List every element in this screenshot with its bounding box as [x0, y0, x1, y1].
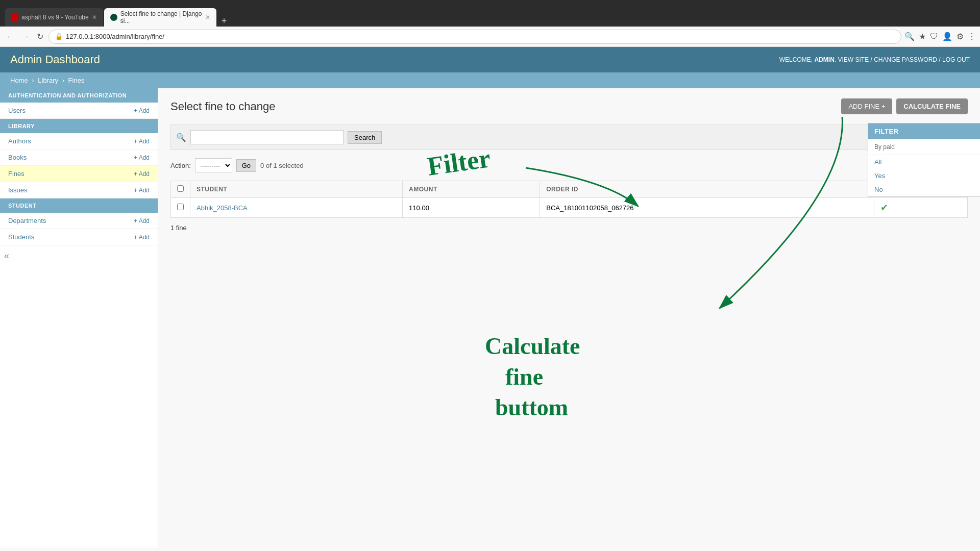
content-header: Select fine to change ADD FINE + CALCULA…: [170, 98, 968, 114]
sidebar-add-fines[interactable]: + Add: [134, 170, 150, 178]
col-checkbox: [171, 181, 190, 198]
browser-tab-django[interactable]: Select fine to change | Django si... ✕: [104, 8, 216, 27]
action-go-button[interactable]: Go: [236, 159, 256, 172]
sidebar-item-authors[interactable]: Authors + Add: [0, 133, 158, 149]
welcome-text: WELCOME,: [779, 56, 813, 63]
result-count: 1 fine: [170, 224, 968, 232]
tab-close-django[interactable]: ✕: [205, 14, 210, 21]
col-student[interactable]: STUDENT: [190, 181, 403, 198]
admin-header: Admin Dashboard WELCOME, ADMIN. VIEW SIT…: [0, 47, 980, 72]
admin-title: Admin Dashboard: [10, 53, 100, 66]
breadcrumb-home[interactable]: Home: [10, 77, 28, 84]
sidebar-add-books[interactable]: + Add: [134, 154, 150, 161]
filter-option-all[interactable]: All: [868, 155, 980, 169]
search-input[interactable]: [190, 130, 344, 144]
lock-icon: 🔓: [55, 33, 63, 40]
reload-button[interactable]: ↻: [35, 31, 45, 42]
sidebar-label-users: Users: [8, 107, 26, 114]
sidebar-add-users[interactable]: + Add: [134, 107, 150, 114]
view-site-link[interactable]: VIEW SITE: [838, 56, 869, 63]
svg-text:fine: fine: [505, 364, 543, 390]
browser-nav: ← → ↻ 🔓 127.0.0.1:8000/admin/library/fin…: [0, 27, 980, 47]
search-button[interactable]: Search: [348, 131, 382, 144]
breadcrumb-sep1: ›: [32, 77, 36, 84]
browser-tab-youtube[interactable]: asphalt 8 vs 9 - YouTube ✕: [5, 8, 103, 27]
sidebar: AUTHENTICATION AND AUTHORIZATION Users +…: [0, 88, 158, 548]
sidebar-section-library: LIBRARY: [0, 119, 158, 133]
sidebar-add-issues[interactable]: + Add: [134, 187, 150, 194]
sidebar-label-authors: Authors: [8, 137, 31, 145]
filter-option-yes[interactable]: Yes: [868, 169, 980, 183]
table-header-row: STUDENT AMOUNT ORDER ID PAID: [171, 181, 968, 198]
back-button[interactable]: ←: [4, 31, 16, 42]
tab-label-youtube: asphalt 8 vs 9 - YouTube: [21, 14, 89, 21]
profile-icon[interactable]: 👤: [942, 32, 952, 41]
sidebar-section-auth: AUTHENTICATION AND AUTHORIZATION: [0, 88, 158, 103]
row-checkbox[interactable]: [177, 204, 184, 210]
row-student-cell: Abhik_2058-BCA: [190, 198, 403, 218]
breadcrumb: Home › Library › Fines: [0, 72, 980, 88]
col-order-id[interactable]: ORDER ID: [540, 181, 874, 198]
tab-close-youtube[interactable]: ✕: [92, 14, 97, 21]
search-magnifier-icon: 🔍: [176, 133, 186, 142]
sidebar-label-fines: Fines: [8, 170, 24, 178]
browser-toolbar: 🔍 ★ 🛡 👤 ⚙ ⋮: [904, 32, 976, 41]
select-all-checkbox[interactable]: [177, 185, 184, 192]
shield-icon[interactable]: 🛡: [930, 32, 938, 41]
filter-option-no[interactable]: No: [868, 183, 980, 196]
sidebar-add-departments[interactable]: + Add: [134, 217, 150, 224]
header-buttons: ADD FINE + CALCULATE FINE: [841, 98, 968, 114]
svg-text:Calculate: Calculate: [485, 333, 580, 359]
admin-user-info: WELCOME, ADMIN. VIEW SITE / CHANGE PASSW…: [779, 56, 970, 63]
sidebar-item-fines[interactable]: Fines + Add: [0, 166, 158, 182]
sidebar-item-departments[interactable]: Departments + Add: [0, 213, 158, 229]
sidebar-collapse-button[interactable]: «: [0, 245, 158, 266]
search-bar: 🔍 Search: [170, 124, 968, 150]
content-area: Select fine to change ADD FINE + CALCULA…: [158, 88, 980, 548]
extensions-icon[interactable]: ⚙: [957, 32, 964, 41]
action-label: Action:: [170, 162, 191, 169]
breadcrumb-fines: Fines: [68, 77, 85, 84]
filter-panel: FILTER By paid All Yes No: [868, 123, 980, 197]
search-icon[interactable]: 🔍: [904, 32, 915, 41]
sidebar-item-students[interactable]: Students + Add: [0, 229, 158, 245]
sidebar-section-student: STUDENT: [0, 198, 158, 213]
calculate-fine-button[interactable]: CALCULATE FINE: [896, 98, 968, 114]
annotation-overlay: Filter Calculate fine buttom: [158, 88, 980, 548]
col-amount[interactable]: AMOUNT: [403, 181, 540, 198]
sidebar-label-books: Books: [8, 154, 27, 161]
address-bar[interactable]: 🔓 127.0.0.1:8000/admin/library/fine/: [48, 30, 901, 44]
page-title: Select fine to change: [170, 100, 275, 113]
svg-text:buttom: buttom: [495, 394, 568, 420]
action-bar: Action: --------- Go 0 of 1 selected: [170, 158, 968, 172]
breadcrumb-library[interactable]: Library: [38, 77, 58, 84]
action-select[interactable]: ---------: [195, 158, 232, 172]
forward-button[interactable]: →: [19, 31, 32, 42]
filter-panel-header: FILTER: [868, 123, 980, 139]
bookmark-icon[interactable]: ★: [919, 32, 926, 41]
add-fine-button[interactable]: ADD FINE +: [841, 98, 892, 114]
filter-by-paid-title: By paid: [868, 139, 980, 155]
student-link[interactable]: Abhik_2058-BCA: [197, 204, 248, 212]
data-table: STUDENT AMOUNT ORDER ID PAID Abhik_2058-…: [170, 181, 968, 218]
change-password-link[interactable]: CHANGE PASSWORD: [874, 56, 937, 63]
sidebar-item-users[interactable]: Users + Add: [0, 103, 158, 119]
sidebar-label-students: Students: [8, 233, 34, 241]
sidebar-item-books[interactable]: Books + Add: [0, 149, 158, 166]
django-favicon: [110, 14, 117, 21]
sidebar-add-students[interactable]: + Add: [134, 234, 150, 241]
paid-checkmark-icon: ✔: [880, 203, 888, 213]
breadcrumb-sep2: ›: [62, 77, 66, 84]
double-chevron-icon: «: [4, 251, 9, 261]
sidebar-item-issues[interactable]: Issues + Add: [0, 182, 158, 198]
logout-link[interactable]: LOG OUT: [942, 56, 970, 63]
menu-icon[interactable]: ⋮: [968, 32, 976, 41]
main-layout: AUTHENTICATION AND AUTHORIZATION Users +…: [0, 88, 980, 548]
sidebar-add-authors[interactable]: + Add: [134, 138, 150, 145]
row-amount-cell: 110.00: [403, 198, 540, 218]
sidebar-label-departments: Departments: [8, 217, 46, 224]
table-row: Abhik_2058-BCA 110.00 BCA_181001102058_0…: [171, 198, 968, 218]
selected-count: 0 of 1 selected: [260, 162, 304, 169]
row-order-id-cell: BCA_181001102058_062726: [540, 198, 874, 218]
new-tab-button[interactable]: +: [217, 16, 231, 27]
